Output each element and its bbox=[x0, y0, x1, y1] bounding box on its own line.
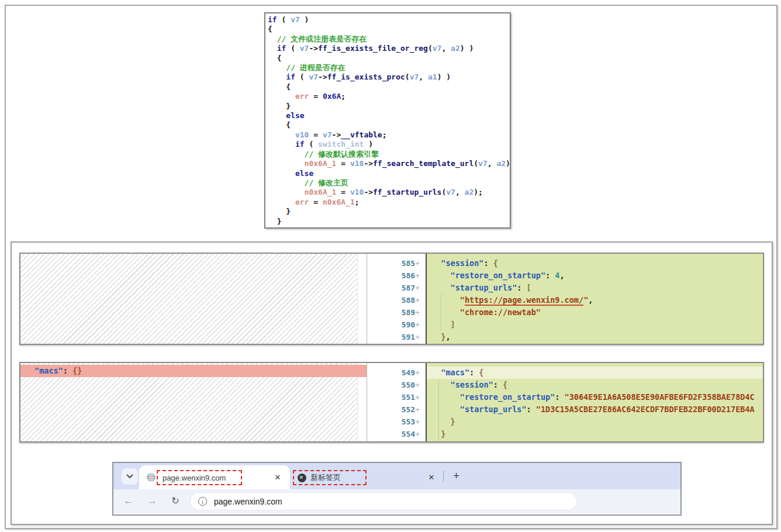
code-line: // 修改默认搜索引擎 bbox=[268, 150, 507, 159]
new-tab-button[interactable]: + bbox=[449, 469, 464, 483]
forward-button[interactable]: → bbox=[144, 493, 160, 509]
line-number: 589+ bbox=[367, 306, 426, 319]
line-number: 554+ bbox=[367, 428, 426, 440]
diff-line-numbers: 585+586+587+588+589+590+591+ bbox=[367, 254, 426, 344]
code-line: // 修改主页 bbox=[268, 178, 507, 188]
line-number: 586+ bbox=[367, 270, 426, 282]
code-line: n0x6A_1 = v10->ff_startup_urls(v7, a2); bbox=[268, 188, 507, 197]
code-line: // 进程是否存在 bbox=[268, 63, 507, 72]
chrome-icon bbox=[298, 474, 306, 482]
tab-label: 新标签页 bbox=[310, 472, 341, 483]
diff-row: "macs": { bbox=[427, 367, 763, 379]
tab-strip: page.wenxin9.com ✕ 新标签页 ✕ + bbox=[113, 463, 680, 489]
indent-guide bbox=[438, 379, 439, 440]
screenshot-root: if ( v7 ){ // 文件或注册表是否存在 if ( v7->ff_is_… bbox=[0, 0, 781, 532]
line-number: 588+ bbox=[367, 294, 426, 306]
diff-row: }, bbox=[427, 331, 763, 343]
diff-added-lines: "session": { "restore_on_startup": 4, "s… bbox=[426, 254, 763, 344]
back-button[interactable]: ← bbox=[120, 493, 137, 509]
diff-block-session: 585+586+587+588+589+590+591+ "session": … bbox=[19, 253, 764, 345]
diff-left-margin bbox=[357, 254, 367, 344]
line-number: 587+ bbox=[367, 282, 426, 294]
tab-divider bbox=[443, 471, 444, 482]
diff-block-macs: "macs": {} 549+550+551+552+553+554+ "mac… bbox=[19, 362, 764, 443]
diff-added-lines: "macs": { "session": { "restore_on_start… bbox=[426, 363, 763, 441]
diff-row: "chrome://newtab" bbox=[427, 306, 763, 319]
pseudocode-panel: if ( v7 ){ // 文件或注册表是否存在 if ( v7->ff_is_… bbox=[264, 12, 511, 229]
code-line: if ( v7 ) bbox=[268, 15, 507, 25]
tab-close-button[interactable]: ✕ bbox=[426, 472, 437, 483]
diff-row: "startup_urls": "1D3C15A5CBE27E86AC642EC… bbox=[427, 403, 763, 416]
code-line: } bbox=[268, 207, 507, 216]
tab-page-wenxin9[interactable]: page.wenxin9.com ✕ bbox=[139, 465, 290, 489]
code-line: } bbox=[268, 226, 507, 229]
code-line: } bbox=[268, 217, 507, 226]
code-line: { bbox=[268, 54, 507, 63]
diff-row: "restore_on_startup": "3064E9E1A6A508E5E… bbox=[427, 391, 763, 403]
diff-left-panel-empty bbox=[20, 254, 367, 344]
highlight-box: 新标签页 bbox=[293, 470, 367, 485]
chevron-down-icon bbox=[126, 474, 133, 479]
code-line: } bbox=[268, 102, 507, 111]
code-line: v10 = v7->__vftable; bbox=[268, 130, 507, 140]
code-line: err = 0x6A; bbox=[268, 92, 507, 101]
reload-button[interactable]: ↻ bbox=[167, 493, 184, 509]
line-number: 549+ bbox=[367, 367, 426, 379]
diff-removed-line: "macs": {} bbox=[20, 365, 367, 377]
diff-row: "https://page.wenxin9.com/", bbox=[427, 294, 763, 306]
browser-window: page.wenxin9.com ✕ 新标签页 ✕ + ← → ↻ i page… bbox=[112, 462, 682, 516]
tab-new-tab-page[interactable]: 新标签页 ✕ bbox=[292, 465, 441, 489]
tab-search-button[interactable] bbox=[122, 468, 138, 485]
code-line: // 文件或注册表是否存在 bbox=[268, 34, 507, 44]
code-line: err = n0x6A_1; bbox=[268, 198, 507, 207]
browser-toolbar: ← → ↻ i page.wenxin9.com bbox=[113, 489, 680, 513]
tab-label: page.wenxin9.com bbox=[163, 474, 226, 482]
diff-row: "restore_on_startup": 4, bbox=[427, 270, 763, 282]
diff-row: "startup_urls": [ bbox=[427, 282, 763, 294]
code-line: if ( v7->ff_is_exists_file_or_reg(v7, a2… bbox=[268, 44, 507, 53]
code-line: else bbox=[268, 111, 507, 120]
address-bar[interactable]: i page.wenxin9.com bbox=[191, 493, 576, 510]
line-number: 551+ bbox=[367, 391, 426, 403]
line-number: 553+ bbox=[367, 416, 426, 428]
diff-row: } bbox=[427, 416, 763, 428]
tab-close-button[interactable]: ✕ bbox=[272, 472, 283, 483]
code-line: else bbox=[268, 169, 507, 178]
diff-row: "session": { bbox=[427, 257, 763, 270]
line-number: 552+ bbox=[367, 403, 426, 416]
code-line: { bbox=[268, 25, 507, 34]
highlight-box: page.wenxin9.com bbox=[157, 470, 242, 485]
line-number: 591+ bbox=[367, 331, 426, 343]
line-number: 590+ bbox=[367, 319, 426, 331]
diff-row: } bbox=[427, 428, 763, 440]
diff-row: "session": { bbox=[427, 379, 763, 391]
indent-guide bbox=[441, 294, 441, 331]
diff-line-numbers: 549+550+551+552+553+554+ bbox=[367, 363, 426, 441]
line-number: 585+ bbox=[367, 257, 426, 270]
code-line: if ( switch_int ) bbox=[268, 140, 507, 149]
globe-icon bbox=[146, 472, 156, 482]
code-line: { bbox=[268, 120, 507, 130]
address-text: page.wenxin9.com bbox=[214, 497, 282, 506]
diff-row: ] bbox=[427, 319, 763, 331]
diff-left-panel-removed: "macs": {} bbox=[20, 363, 367, 441]
code-line: if ( v7->ff_is_exists_proc(v7, a1) ) bbox=[268, 72, 507, 82]
pseudocode: if ( v7 ){ // 文件或注册表是否存在 if ( v7->ff_is_… bbox=[265, 13, 510, 229]
info-icon[interactable]: i bbox=[198, 497, 207, 506]
line-number: 550+ bbox=[367, 379, 426, 391]
code-line: { bbox=[268, 82, 507, 92]
code-line: n0x6A_1 = v10->ff_search_template_url(v7… bbox=[268, 159, 507, 168]
